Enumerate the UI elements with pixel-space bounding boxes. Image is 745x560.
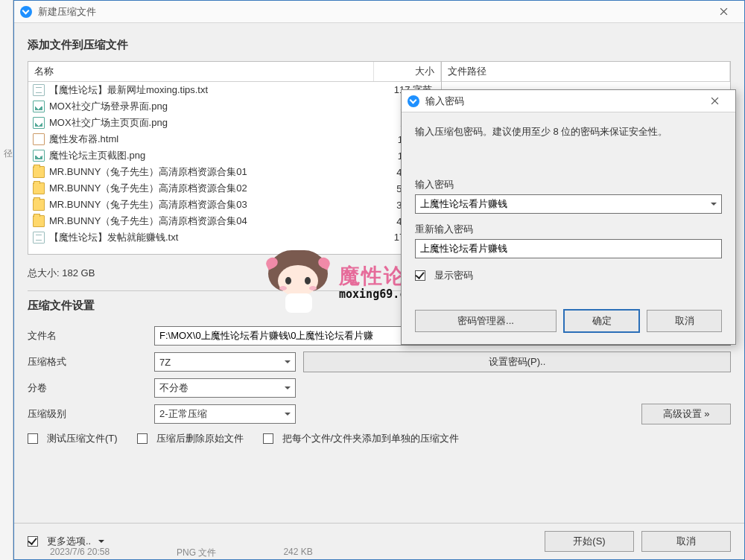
txt-icon bbox=[33, 232, 45, 244]
label-format: 压缩格式 bbox=[28, 355, 147, 369]
format-select[interactable]: 7Z bbox=[154, 352, 296, 372]
cancel-button[interactable]: 取消 bbox=[641, 531, 731, 552]
password-confirm-input[interactable] bbox=[415, 239, 722, 258]
password-instruction-text: 输入压缩包密码。建议使用至少 8 位的密码来保证安全性。 bbox=[415, 121, 722, 174]
titlebar: 新建压缩文件 bbox=[14, 1, 744, 23]
file-row[interactable]: 魔性发布器.html1.99 KB bbox=[28, 131, 441, 147]
file-columns-header: 名称 大小 bbox=[28, 62, 441, 82]
folder-icon bbox=[33, 199, 45, 211]
total-label: 总大小: bbox=[28, 267, 60, 279]
password-dialog-titlebar: 输入密码 bbox=[402, 90, 735, 112]
cb-separate-archives[interactable]: 把每个文件/文件夹添加到单独的压缩文件 bbox=[263, 432, 460, 445]
background-window-strip: 径 bbox=[0, 0, 13, 560]
password-dialog-title: 输入密码 bbox=[425, 95, 700, 108]
window-title: 新建压缩文件 bbox=[38, 5, 708, 19]
label-split: 分卷 bbox=[28, 381, 147, 395]
advanced-button[interactable]: 高级设置 » bbox=[641, 404, 731, 424]
set-password-button[interactable]: 设置密码(P).. bbox=[303, 351, 731, 372]
file-name: MR.BUNNY（兔子先生）高清原档资源合集02 bbox=[49, 182, 370, 195]
file-row[interactable]: 魔性论坛主页截图.png12.1 KB bbox=[28, 147, 441, 164]
png-icon bbox=[33, 150, 45, 162]
col-header-size[interactable]: 大小 bbox=[374, 62, 441, 81]
folder-icon bbox=[33, 215, 45, 227]
password-dialog: 输入密码 输入压缩包密码。建议使用至少 8 位的密码来保证安全性。 输入密码 重… bbox=[401, 89, 736, 345]
start-button[interactable]: 开始(S) bbox=[545, 531, 634, 552]
file-name: 魔性发布器.html bbox=[49, 133, 370, 146]
file-name: 【魔性论坛】最新网址moxing.tips.txt bbox=[49, 83, 370, 97]
col-header-path[interactable]: 文件路径 bbox=[442, 62, 730, 81]
cb-test[interactable]: 测试压缩文件(T) bbox=[28, 432, 118, 445]
split-select[interactable]: 不分卷 bbox=[154, 378, 296, 398]
label-enter-password: 输入密码 bbox=[415, 174, 722, 194]
password-manager-button[interactable]: 密码管理器... bbox=[415, 310, 557, 332]
total-value: 182 GB bbox=[62, 267, 95, 279]
folder-icon bbox=[33, 166, 45, 178]
file-row[interactable]: MOX社交广场登录界面.png241 KB bbox=[28, 98, 441, 115]
background-peek: 2023/7/6 20:58PNG 文件242 KB bbox=[50, 547, 313, 559]
level-select[interactable]: 2-正常压缩 bbox=[154, 404, 296, 424]
col-header-name[interactable]: 名称 bbox=[28, 62, 374, 81]
txt-icon bbox=[33, 84, 45, 96]
png-icon bbox=[33, 101, 45, 112]
file-name: MR.BUNNY（兔子先生）高清原档资源合集03 bbox=[49, 198, 370, 211]
label-filename: 文件名 bbox=[28, 329, 147, 343]
file-name: 魔性论坛主页截图.png bbox=[49, 149, 370, 162]
password-ok-button[interactable]: 确定 bbox=[564, 310, 639, 332]
file-row[interactable]: 【魔性论坛】发帖就能赚钱.txt170 字节 bbox=[28, 229, 441, 246]
file-name: MR.BUNNY（兔子先生）高清原档资源合集01 bbox=[49, 165, 370, 179]
folder-icon bbox=[33, 182, 45, 194]
app-icon bbox=[20, 6, 32, 18]
file-row[interactable]: MR.BUNNY（兔子先生）高清原档资源合集0339.0 GB bbox=[28, 197, 441, 213]
png-icon bbox=[33, 117, 45, 129]
label-level: 压缩级别 bbox=[28, 407, 147, 421]
section-title-add: 添加文件到压缩文件 bbox=[28, 31, 731, 61]
file-row[interactable]: MOX社交广场主页页面.png234 KB bbox=[28, 115, 441, 131]
label-reenter-password: 重新输入密码 bbox=[415, 214, 722, 239]
html-icon bbox=[33, 133, 45, 145]
file-name: MOX社交广场主页页面.png bbox=[49, 116, 370, 130]
close-button[interactable] bbox=[708, 1, 738, 22]
cb-show-password[interactable]: 显示密码 bbox=[415, 269, 473, 282]
password-input[interactable] bbox=[415, 194, 722, 214]
password-cancel-button[interactable]: 取消 bbox=[647, 310, 722, 332]
password-dialog-close-button[interactable] bbox=[700, 91, 729, 112]
file-name: MOX社交广场登录界面.png bbox=[49, 100, 370, 113]
file-row[interactable]: MR.BUNNY（兔子先生）高清原档资源合集0250.4 GB bbox=[28, 180, 441, 197]
file-name: MR.BUNNY（兔子先生）高清原档资源合集04 bbox=[49, 214, 370, 228]
file-row[interactable]: 【魔性论坛】最新网址moxing.tips.txt117 字节 bbox=[28, 82, 441, 98]
file-row[interactable]: MR.BUNNY（兔子先生）高清原档资源合集0144.7 GB bbox=[28, 164, 441, 180]
dialog-app-icon bbox=[408, 95, 419, 107]
file-name: 【魔性论坛】发帖就能赚钱.txt bbox=[49, 231, 370, 244]
cb-delete-originals[interactable]: 压缩后删除原始文件 bbox=[137, 432, 244, 445]
file-row[interactable]: MR.BUNNY（兔子先生）高清原档资源合集0448.2 GB bbox=[28, 213, 441, 229]
